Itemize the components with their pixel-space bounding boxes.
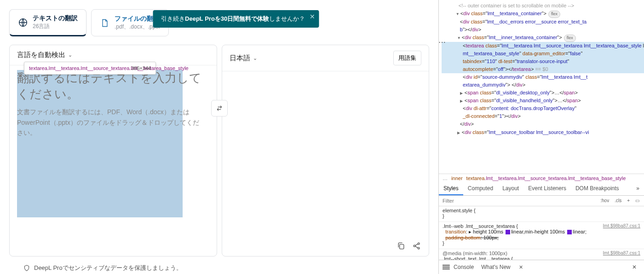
kebab-icon[interactable]: [443, 264, 450, 270]
secure-data-notice[interactable]: DeepL Proでセンシティブなデータを保護しましょう。: [23, 264, 182, 272]
tab-text-translate[interactable]: テキストの翻訳 26言語: [9, 9, 86, 36]
element-inspect-tooltip: textarea.lmt__textarea.lmt__source_texta…: [24, 62, 156, 75]
svg-point-2: [414, 245, 415, 247]
source-input[interactable]: [17, 70, 183, 217]
copy-icon[interactable]: [397, 241, 407, 251]
devtools-panel: ⋯ <!-- outer container is set to scrolla…: [438, 0, 644, 274]
tab-dom-breakpoints[interactable]: DOM Breakpoints: [571, 182, 624, 195]
svg-rect-1: [400, 245, 404, 249]
svg-point-4: [418, 247, 420, 249]
globe-icon: [18, 17, 28, 28]
drawer-tabs: Console What's New ✕ ✕: [439, 260, 644, 274]
tab-text-title: テキストの翻訳: [33, 14, 78, 23]
styles-filter-input[interactable]: [439, 196, 598, 206]
chevron-down-icon: ⌄: [253, 55, 257, 61]
deepl-app: テキストの翻訳 26言語 ファイルの翻訳 .pdf、.docx、.pptx 引き…: [0, 0, 438, 274]
target-panel: 日本語 ⌄ 用語集: [222, 45, 430, 257]
hov-toggle[interactable]: :hov: [598, 197, 611, 204]
dom-tree[interactable]: ⋯ <!-- outer container is set to scrolla…: [439, 0, 644, 174]
svg-point-3: [418, 243, 420, 245]
glossary-button[interactable]: 用語集: [393, 51, 421, 65]
inspect-selector: textarea.lmt__textarea.lmt__source_texta…: [29, 65, 126, 71]
close-icon[interactable]: ✕: [310, 13, 315, 20]
drawer-console[interactable]: Console: [450, 262, 477, 272]
swap-languages-button[interactable]: [211, 100, 228, 117]
document-icon: [100, 18, 110, 28]
chevron-down-icon: ⌄: [68, 52, 72, 58]
translator-panels: 言語を自動検出 ⌄ 翻訳するにはテキストを入力してください。 文書ファイルを翻訳…: [9, 45, 429, 257]
styles-tabbar: Styles Computed Layout Event Listeners D…: [439, 182, 644, 196]
tab-styles[interactable]: Styles: [439, 182, 463, 195]
target-language-label: 日本語: [230, 54, 250, 63]
inspect-dimensions: 386×344: [131, 65, 151, 71]
computed-sidebar-toggle[interactable]: ▭: [633, 197, 641, 204]
source-panel: 言語を自動検出 ⌄ 翻訳するにはテキストを入力してください。 文書ファイルを翻訳…: [9, 45, 217, 257]
share-icon[interactable]: [412, 241, 422, 251]
overflow-dots: ⋯: [439, 37, 445, 48]
drawer-whatsnew[interactable]: What's New: [477, 262, 514, 272]
tab-text-sub: 26言語: [33, 23, 78, 30]
more-tabs-icon[interactable]: »: [632, 182, 644, 195]
source-language-label: 言語を自動検出: [17, 51, 65, 59]
styles-filter-row: :hov .cls + ▭: [439, 196, 644, 206]
dom-breadcrumb[interactable]: … inner textarea.lmt__textarea.lmt__sour…: [439, 174, 644, 182]
banner-text: 引き続きDeepL Proを30日間無料で体験しませんか？: [161, 15, 305, 23]
tab-layout[interactable]: Layout: [498, 182, 523, 195]
shield-icon: [23, 264, 30, 272]
new-style-button[interactable]: +: [625, 197, 632, 204]
close-icon[interactable]: ✕: [515, 262, 527, 272]
tab-event-listeners[interactable]: Event Listeners: [523, 182, 571, 195]
source-language-select[interactable]: 言語を自動検出 ⌄: [17, 51, 72, 59]
cls-toggle[interactable]: .cls: [613, 197, 623, 204]
tab-computed[interactable]: Computed: [463, 182, 498, 195]
css-rules[interactable]: element.style {}lmt.$98ba87.css:1.lmt--w…: [439, 206, 644, 260]
close-icon[interactable]: ✕: [628, 262, 640, 272]
target-language-select[interactable]: 日本語 ⌄: [230, 54, 257, 63]
pro-trial-banner[interactable]: 引き続きDeepL Proを30日間無料で体験しませんか？ ✕: [153, 10, 319, 28]
